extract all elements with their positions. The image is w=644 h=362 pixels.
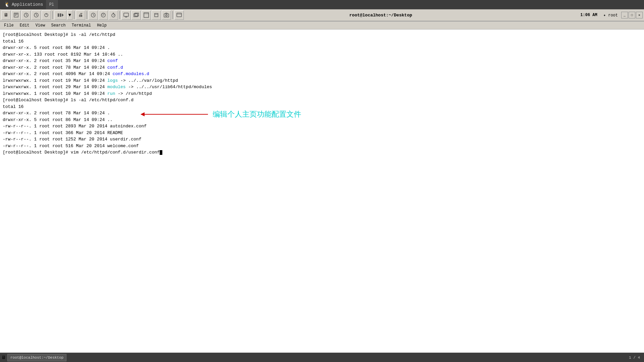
taskbar-terminal[interactable]: root@localhost:~/Desktop bbox=[7, 354, 66, 361]
desktop-img-icon: 🖥 bbox=[1, 355, 6, 360]
clock-btn[interactable] bbox=[89, 10, 98, 20]
terminal-line-10: lrwxrwxrwx. 1 root root 10 Mar 14 09:24 … bbox=[3, 90, 641, 97]
toolbar-icon-2[interactable] bbox=[11, 10, 21, 20]
menu-terminal[interactable]: Terminal bbox=[69, 22, 94, 28]
aspect-btn[interactable] bbox=[152, 10, 161, 20]
sep5 bbox=[172, 11, 173, 19]
terminal-line-17: -rw-r--r--. 1 root root 1252 Mar 20 2014… bbox=[3, 136, 641, 143]
svg-rect-30 bbox=[144, 13, 149, 17]
terminal-area[interactable]: [root@localhost Desktop]# ls -al /etc/ht… bbox=[0, 29, 644, 353]
toolbar-icon-3[interactable] bbox=[21, 10, 31, 20]
svg-line-17 bbox=[93, 15, 94, 15]
terminal-line-4: drwxr-xr-x. 133 root root 8192 Mar 14 10… bbox=[3, 51, 641, 58]
desktop-icon: 🖥 bbox=[1, 355, 6, 360]
svg-rect-13 bbox=[60, 13, 61, 17]
toolbar: 🖥 ▼ 🖨 bbox=[0, 9, 644, 21]
terminal-line-7: drwxr-xr-x. 2 root root 4096 Mar 14 09:2… bbox=[3, 71, 641, 77]
applications-menu[interactable]: 🐧 Applications bbox=[1, 0, 46, 9]
sep4 bbox=[119, 11, 120, 19]
terminal-line-16: -rw-r--r--. 1 root root 366 Mar 20 2014 … bbox=[3, 130, 641, 136]
svg-rect-2 bbox=[15, 15, 16, 16]
print-btn[interactable]: 🖨 bbox=[76, 10, 85, 20]
display-btn[interactable] bbox=[174, 10, 184, 20]
window-title: root@localhost:~/Desktop bbox=[184, 13, 577, 18]
sep2 bbox=[74, 11, 74, 19]
terminal-line-8: lrwxrwxrwx. 1 root root 19 Mar 14 09:24 … bbox=[3, 77, 641, 84]
sep3 bbox=[87, 11, 87, 19]
monitor-btn[interactable] bbox=[121, 10, 131, 20]
terminal-line-15: -rw-r--r--. 1 root root 2893 Mar 20 2014… bbox=[3, 123, 641, 130]
bottom-taskbar: 🖥 root@localhost:~/Desktop 1 / 4 bbox=[0, 353, 644, 362]
pause-btn[interactable] bbox=[54, 10, 66, 20]
svg-marker-14 bbox=[62, 13, 64, 17]
menu-bar: File Edit View Search Terminal Help bbox=[0, 21, 644, 29]
svg-rect-32 bbox=[155, 13, 158, 17]
camera-btn[interactable] bbox=[162, 10, 171, 20]
penguin-icon: 🐧 bbox=[4, 1, 10, 8]
terminal-line-19: [root@localhost Desktop]# vim /etc/httpd… bbox=[3, 149, 641, 156]
window-controls: _ □ ✕ bbox=[621, 12, 643, 18]
terminal-line-3: drwxr-xr-x. 5 root root 86 Mar 14 09:24 … bbox=[3, 45, 641, 51]
terminal-line-9: lrwxrwxrwx. 1 root root 29 Mar 14 09:24 … bbox=[3, 84, 641, 90]
dropdown-arrow[interactable]: ▼ bbox=[67, 10, 72, 20]
page-info: 1 / 4 bbox=[629, 356, 643, 360]
fullscreen-btn[interactable] bbox=[142, 10, 151, 20]
sep1 bbox=[52, 11, 53, 19]
svg-line-8 bbox=[36, 15, 37, 16]
top-bar: 🐧 Applications Pl bbox=[0, 0, 644, 9]
terminal-line-11: [root@localhost Desktop]# ls -al /etc/ht… bbox=[3, 97, 641, 104]
svg-line-20 bbox=[103, 15, 103, 16]
history-btn[interactable] bbox=[99, 10, 108, 20]
svg-point-35 bbox=[166, 15, 167, 16]
terminal-line-6: drwxr-xr-x. 2 root root 78 Mar 14 09:24 … bbox=[3, 64, 641, 71]
close-btn[interactable]: ✕ bbox=[636, 12, 643, 18]
svg-rect-36 bbox=[177, 13, 181, 17]
terminal-line-2: total 16 bbox=[3, 38, 641, 45]
menu-edit[interactable]: Edit bbox=[17, 22, 32, 28]
taskbar-label: root@localhost:~/Desktop bbox=[10, 356, 63, 360]
terminal-line-18: -rw-r--r--. 1 root root 516 Mar 20 2014 … bbox=[3, 143, 641, 149]
toolbar-icon-4[interactable] bbox=[32, 10, 41, 20]
terminal-line-5: drwxr-xr-x. 2 root root 35 Mar 14 09:24 … bbox=[3, 58, 641, 64]
menu-search[interactable]: Search bbox=[48, 22, 68, 28]
taskbar-tab[interactable]: Pl bbox=[46, 0, 58, 9]
applications-label: Applications bbox=[12, 2, 43, 7]
svg-rect-34 bbox=[164, 14, 169, 17]
terminal-line-12: total 16 bbox=[3, 104, 641, 110]
minimize-btn[interactable]: _ bbox=[621, 12, 628, 18]
system-time: 1:06 AM bbox=[578, 13, 600, 17]
svg-line-24 bbox=[113, 15, 114, 15]
menu-file[interactable]: File bbox=[1, 22, 16, 28]
svg-rect-12 bbox=[58, 13, 59, 17]
timer-btn[interactable] bbox=[109, 10, 118, 20]
system-name: ✦ root bbox=[603, 13, 618, 18]
svg-line-5 bbox=[26, 15, 27, 16]
terminal-cursor bbox=[160, 150, 162, 155]
system-user: ✦ root bbox=[601, 13, 621, 18]
toolbar-icon-1[interactable]: 🖥 bbox=[1, 10, 11, 20]
terminal-line-13: drwxr-xr-x. 2 root root 78 Mar 14 09:24 … bbox=[3, 110, 641, 117]
terminal-line-1: [root@localhost Desktop]# ls -al /etc/ht… bbox=[3, 32, 641, 38]
menu-view[interactable]: View bbox=[33, 22, 48, 28]
terminal-line-14: drwxr-xr-x. 5 root root 86 Mar 14 09:24 … bbox=[3, 117, 641, 123]
svg-rect-25 bbox=[124, 13, 128, 16]
toolbar-icon-5[interactable] bbox=[42, 10, 51, 20]
svg-rect-1 bbox=[15, 14, 17, 14]
tab-label: Pl bbox=[49, 2, 54, 7]
window-btn[interactable] bbox=[131, 10, 141, 20]
menu-help[interactable]: Help bbox=[94, 22, 109, 28]
page-number: 1 / 4 bbox=[629, 356, 640, 360]
restore-btn[interactable]: □ bbox=[629, 12, 635, 18]
